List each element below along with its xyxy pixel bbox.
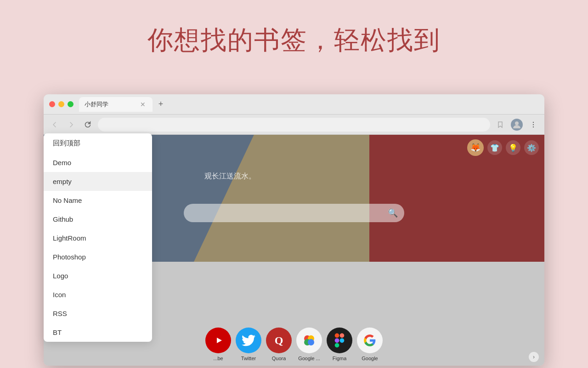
menu-item-lightroom[interactable]: LightRoom	[44, 229, 152, 247]
qa-google[interactable]: Google	[357, 328, 383, 361]
menu-item-no-name[interactable]: No Name	[44, 191, 152, 210]
svg-point-1	[533, 121, 534, 122]
site-icons: 🦊 👕 💡 ⚙️	[467, 139, 539, 156]
qa-twitter-icon	[236, 328, 261, 353]
qa-google-icon	[357, 328, 383, 353]
qa-google-photos-icon	[296, 328, 322, 353]
qa-quora-label: Quora	[272, 356, 286, 361]
svg-point-0	[515, 121, 519, 125]
browser-content-text: 观长江送流水。	[204, 172, 256, 181]
site-avatar: 🦊	[467, 139, 484, 156]
tab-close-button[interactable]: ✕	[139, 100, 147, 109]
tab-title: 小舒同学	[85, 100, 108, 109]
qa-quora[interactable]: Q Quora	[266, 328, 292, 361]
svg-rect-11	[340, 334, 345, 338]
menu-item-github[interactable]: Github	[44, 210, 152, 229]
menu-item-logo[interactable]: Logo	[44, 266, 152, 285]
bookmark-button[interactable]	[494, 118, 507, 131]
qa-quora-icon: Q	[266, 328, 292, 353]
browser-titlebar: 小舒同学 ✕ +	[44, 94, 544, 115]
qa-figma-icon	[327, 328, 352, 353]
qa-google-photos-label: Google ...	[298, 356, 320, 361]
qa-google-label: Google	[362, 356, 378, 361]
traffic-lights	[49, 101, 74, 107]
page-title: 你想找的书签，轻松找到	[0, 0, 588, 76]
tab-bar: 小舒同学 ✕ +	[79, 94, 539, 114]
browser-menu-button[interactable]	[527, 118, 540, 131]
close-button[interactable]	[49, 101, 55, 107]
menu-item-icon[interactable]: Icon	[44, 285, 152, 304]
qa-figma-label: Figma	[333, 356, 347, 361]
menu-item-back-to-top[interactable]: 回到顶部	[44, 133, 152, 153]
refresh-button[interactable]	[81, 118, 94, 131]
svg-point-9	[308, 339, 314, 345]
svg-rect-12	[335, 338, 339, 343]
forward-button[interactable]	[65, 118, 78, 131]
dropdown-menu: 回到顶部 Demo empty No Name Github LightRoom…	[44, 133, 152, 342]
qa-figma[interactable]: Figma	[327, 328, 352, 361]
profile-button[interactable]	[510, 118, 523, 131]
svg-point-3	[533, 126, 534, 127]
browser-addressbar	[44, 115, 544, 135]
site-bulb-icon[interactable]: 💡	[506, 140, 520, 155]
new-tab-button[interactable]: +	[154, 98, 167, 111]
site-shirt-icon[interactable]: 👕	[487, 140, 502, 155]
quick-access-bar: ...be Twitter Q Quora	[205, 328, 383, 361]
minimize-button[interactable]	[58, 101, 64, 107]
profile-avatar	[511, 119, 523, 131]
menu-item-demo[interactable]: Demo	[44, 153, 152, 172]
qa-twitter[interactable]: Twitter	[236, 328, 261, 361]
menu-item-bt[interactable]: BT	[44, 323, 152, 342]
svg-point-14	[340, 338, 345, 343]
qa-twitter-label: Twitter	[241, 356, 256, 361]
qa-youtube-icon	[205, 328, 231, 353]
menu-item-empty[interactable]: empty	[44, 172, 152, 191]
menu-item-photoshop[interactable]: Photoshop	[44, 247, 152, 266]
scroll-arrow[interactable]: ›	[529, 352, 539, 362]
qa-youtube[interactable]: ...be	[205, 328, 231, 361]
qa-youtube-label: ...be	[213, 356, 223, 361]
qa-google-photos[interactable]: Google ...	[296, 328, 322, 361]
menu-item-rss[interactable]: RSS	[44, 304, 152, 323]
site-gear-icon[interactable]: ⚙️	[524, 140, 539, 155]
svg-point-2	[533, 124, 534, 125]
maximize-button[interactable]	[68, 101, 74, 107]
content-search-bar[interactable]: 🔍	[184, 204, 404, 222]
svg-rect-13	[335, 343, 339, 348]
svg-rect-10	[335, 334, 339, 338]
address-input[interactable]	[98, 118, 490, 132]
browser-tab[interactable]: 小舒同学 ✕	[79, 97, 153, 112]
back-button[interactable]	[48, 118, 61, 131]
search-icon: 🔍	[388, 208, 398, 218]
